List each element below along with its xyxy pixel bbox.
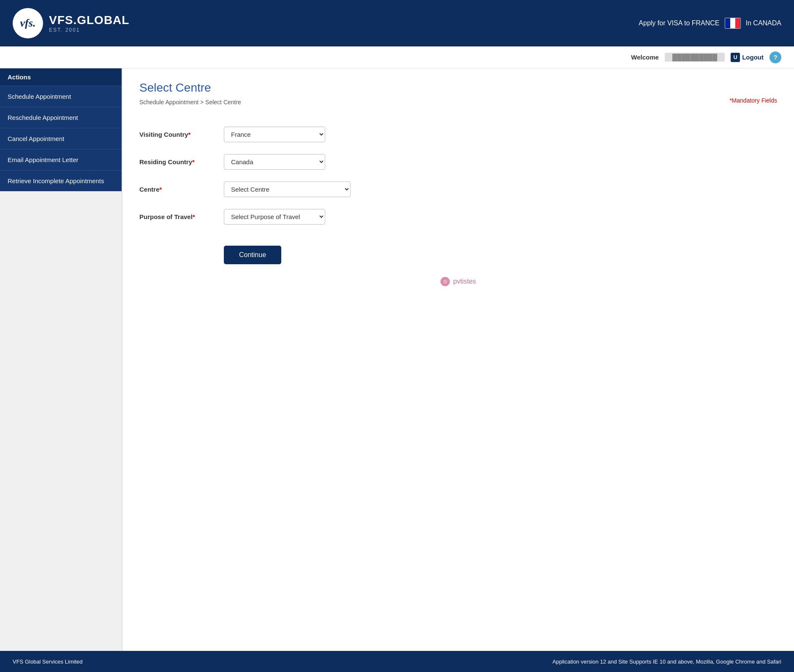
purpose-label: Purpose of Travel*: [139, 213, 224, 220]
sidebar-item-email[interactable]: Email Appointment Letter: [0, 149, 122, 170]
logo-name: VFS.GLOBAL: [49, 14, 129, 27]
france-flag-icon: [725, 18, 741, 29]
residing-country-label: Residing Country*: [139, 158, 224, 165]
breadcrumb-arrow: >: [200, 99, 205, 106]
sidebar-item-reschedule[interactable]: Reschedule Appointment: [0, 107, 122, 128]
centre-row: Centre* Select Centre: [139, 182, 777, 197]
logo-area: vfs. VFS.GLOBAL EST. 2001: [13, 8, 129, 38]
breadcrumb-part1: Schedule Appointment: [139, 99, 198, 106]
sidebar-header: Actions: [0, 68, 122, 86]
sidebar-item-retrieve[interactable]: Retrieve Incomplete Appointments: [0, 170, 122, 191]
logout-button[interactable]: U Logout: [731, 53, 764, 62]
logo-text: VFS.GLOBAL EST. 2001: [49, 14, 129, 33]
main-content: Actions Schedule Appointment Reschedule …: [0, 68, 794, 651]
continue-button[interactable]: Continue: [224, 246, 281, 264]
logo-circle: vfs.: [13, 8, 43, 38]
app-header: vfs. VFS.GLOBAL EST. 2001 Apply for VISA…: [0, 0, 794, 46]
content-area: Select Centre Schedule Appointment > Sel…: [122, 68, 794, 651]
visiting-country-select[interactable]: France: [224, 127, 325, 142]
welcome-label: Welcome: [631, 54, 659, 61]
continue-row: Continue: [139, 237, 777, 264]
in-country-text: In CANADA: [746, 19, 781, 27]
centre-select[interactable]: Select Centre: [224, 182, 351, 197]
logo-vfs-text: vfs.: [20, 17, 36, 30]
watermark: ⊙ pvtistes: [139, 277, 777, 286]
centre-label: Centre*: [139, 186, 224, 193]
purpose-of-travel-row: Purpose of Travel* Select Purpose of Tra…: [139, 209, 777, 225]
breadcrumb: Schedule Appointment > Select Centre: [139, 99, 777, 106]
header-right: Apply for VISA to FRANCE In CANADA: [639, 18, 781, 29]
logout-label: Logout: [742, 54, 764, 61]
residing-country-select[interactable]: Canada: [224, 154, 325, 170]
logout-icon: U: [731, 53, 740, 62]
footer-company: VFS Global Services Limited: [13, 658, 82, 665]
residing-country-row: Residing Country* Canada: [139, 154, 777, 170]
apply-text: Apply for VISA to FRANCE: [639, 19, 719, 27]
sidebar-item-cancel[interactable]: Cancel Appointment: [0, 128, 122, 149]
watermark-text: pvtistes: [453, 278, 476, 285]
visiting-country-row: Visiting Country* France: [139, 127, 777, 142]
page-title: Select Centre: [139, 81, 777, 95]
breadcrumb-part2: Select Centre: [205, 99, 241, 106]
visiting-country-label: Visiting Country*: [139, 131, 224, 138]
form-section: Visiting Country* France Residing Countr…: [139, 127, 777, 286]
sidebar-item-schedule[interactable]: Schedule Appointment: [0, 86, 122, 107]
help-button[interactable]: ?: [770, 51, 781, 63]
footer-version: Application version 12 and Site Supports…: [552, 658, 781, 665]
topbar: Welcome ██████████ U Logout ?: [0, 46, 794, 68]
mandatory-text: Mandatory Fields: [732, 97, 777, 104]
mandatory-note: *Mandatory Fields: [729, 97, 777, 104]
app-footer: VFS Global Services Limited Application …: [0, 651, 794, 672]
welcome-username: ██████████: [665, 53, 725, 62]
sidebar: Actions Schedule Appointment Reschedule …: [0, 68, 122, 651]
watermark-icon: ⊙: [441, 277, 450, 286]
logo-est: EST. 2001: [49, 27, 129, 33]
purpose-select[interactable]: Select Purpose of Travel: [224, 209, 325, 225]
